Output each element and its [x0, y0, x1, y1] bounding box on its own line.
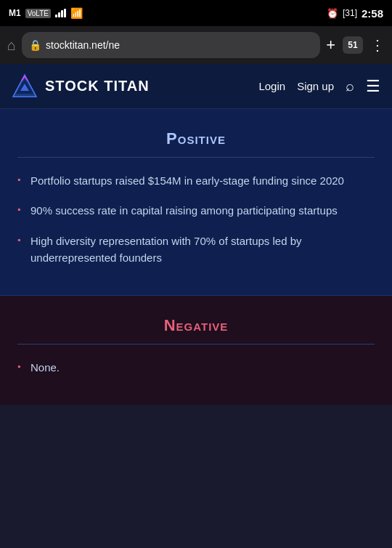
negative-title: Negative [17, 316, 375, 344]
url-bar[interactable]: 🔒 stocktitan.net/ne [22, 32, 320, 58]
login-link[interactable]: Login [258, 80, 285, 92]
navbar: STOCK TITAN Login Sign up ⌕ ☰ [0, 64, 392, 109]
carrier-label: M1 [9, 8, 21, 18]
signup-link[interactable]: Sign up [297, 80, 334, 92]
volte-badge: VoLTE [25, 9, 51, 18]
search-icon[interactable]: ⌕ [346, 78, 354, 94]
browser-actions: + 51 ⋮ [326, 36, 385, 55]
browser-chrome: ⌂ 🔒 stocktitan.net/ne + 51 ⋮ [0, 26, 392, 64]
battery-indicator: [31] [343, 8, 357, 18]
logo-text: STOCK TITAN [45, 78, 150, 94]
status-right: ⏰ [31] 2:58 [327, 7, 383, 20]
positive-title: Positive [17, 129, 375, 158]
negative-section: Negative None. [0, 296, 392, 405]
signal-icon [55, 9, 66, 17]
list-item: None. [17, 359, 375, 376]
security-icon: 🔒 [29, 39, 41, 51]
menu-icon[interactable]: ☰ [366, 77, 380, 96]
negative-bullet-list: None. [17, 359, 375, 376]
home-button[interactable]: ⌂ [7, 37, 16, 54]
list-item: High diversity representation with 70% o… [17, 233, 375, 267]
nav-links: Login Sign up ⌕ ☰ [258, 77, 380, 96]
clock: 2:58 [362, 7, 383, 20]
logo-container[interactable]: STOCK TITAN [12, 73, 150, 100]
alarm-icon: ⏰ [327, 8, 338, 19]
positive-bullet-list: Portfolio startups raised $154M in early… [17, 172, 375, 266]
tabs-button[interactable]: 51 [343, 36, 363, 54]
wifi-icon: 📶 [70, 7, 83, 19]
positive-section: Positive Portfolio startups raised $154M… [0, 109, 392, 296]
main-content: Positive Portfolio startups raised $154M… [0, 109, 392, 405]
status-bar: M1 VoLTE 📶 ⏰ [31] 2:58 [0, 0, 392, 26]
list-item: Portfolio startups raised $154M in early… [17, 172, 375, 189]
url-text: stocktitan.net/ne [46, 39, 120, 51]
list-item: 90% success rate in capital raising amon… [17, 202, 375, 219]
browser-menu-button[interactable]: ⋮ [370, 36, 385, 54]
logo-icon [12, 73, 38, 100]
status-left: M1 VoLTE 📶 [9, 7, 83, 19]
new-tab-button[interactable]: + [326, 36, 335, 55]
